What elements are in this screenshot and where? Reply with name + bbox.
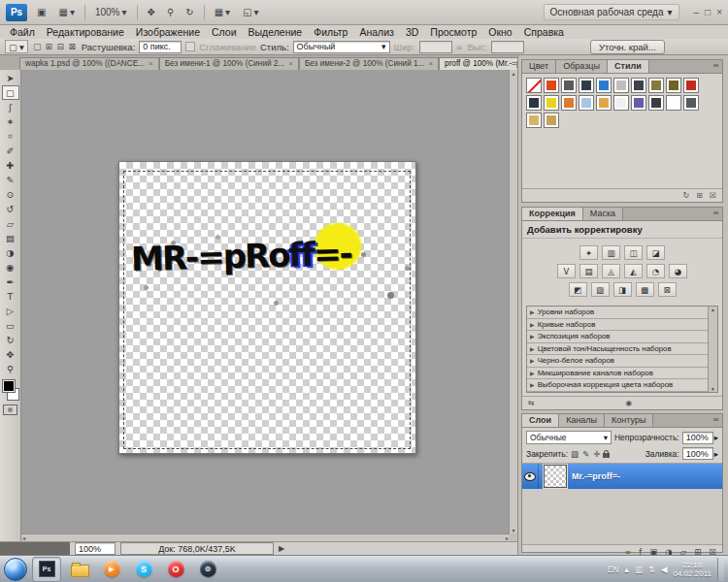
menu-item[interactable]: Справка — [518, 26, 570, 38]
brightness-contrast-icon[interactable]: ✦ — [579, 245, 598, 260]
workspace-switcher[interactable]: Основная рабочая среда ▾ — [544, 4, 679, 20]
fill-input[interactable]: 100% — [682, 447, 713, 460]
preset-list-item[interactable]: ▶ Уровни наборов — [527, 307, 709, 319]
quick-selection-tool[interactable]: ✶ — [2, 114, 19, 129]
maximize-button[interactable]: □ — [705, 7, 711, 17]
preset-list-item[interactable]: ▶ Выборочная коррекция цвета наборов — [527, 379, 709, 392]
path-selection-tool[interactable]: ▷ — [2, 304, 19, 318]
minimize-button[interactable]: – — [694, 7, 700, 17]
lock-pixels-icon[interactable]: ✎ — [582, 449, 589, 459]
subtract-selection-icon[interactable]: ⊟ — [55, 42, 66, 51]
rotate-view-icon[interactable]: ↻ — [182, 6, 196, 18]
new-style-icon[interactable]: ⊞ — [696, 191, 703, 200]
style-swatch[interactable] — [666, 95, 681, 111]
taskbar-clock[interactable]: 22:18 04.02.2011 — [674, 561, 711, 578]
preset-list-item[interactable]: ▶ Экспозиция наборов — [527, 331, 709, 343]
blur-tool[interactable]: ◑ — [2, 245, 19, 260]
refine-edge-button[interactable]: Уточн. край... — [590, 40, 665, 54]
style-swatch[interactable] — [526, 113, 542, 128]
scroll-left-icon[interactable]: ◂ — [22, 534, 25, 541]
bridge-icon[interactable]: ▣ — [34, 6, 49, 18]
crop-tool[interactable]: ⌗ — [2, 129, 19, 144]
height-input[interactable] — [491, 41, 524, 53]
menu-item[interactable]: Слои — [206, 26, 243, 38]
selective-color-icon[interactable]: ⊠ — [658, 282, 677, 297]
style-swatch[interactable] — [631, 78, 646, 93]
tray-app-icon[interactable]: ▥ — [635, 565, 643, 574]
explorer-taskbar-button[interactable] — [66, 558, 93, 581]
vibrance-icon[interactable]: V — [557, 264, 576, 278]
style-swatch[interactable] — [579, 78, 594, 93]
expander-icon[interactable]: ▶ — [530, 381, 535, 388]
move-tool[interactable]: ➤ — [2, 71, 19, 85]
style-swatch[interactable] — [596, 78, 612, 93]
feather-input[interactable]: 0 пикс. — [139, 41, 182, 53]
panel-tab[interactable]: Стили — [608, 60, 649, 73]
show-desktop-button[interactable] — [717, 558, 724, 581]
style-swatch[interactable] — [544, 78, 559, 93]
panel-menu-icon[interactable]: ≡ — [712, 61, 719, 70]
preset-list-item[interactable]: ▶ Черно-белое наборов — [527, 355, 709, 368]
expander-icon[interactable]: ▶ — [530, 370, 535, 376]
style-swatch[interactable] — [648, 78, 664, 93]
hand-tool[interactable]: ✥ — [2, 347, 19, 362]
horizontal-scrollbar[interactable]: ◂ ▸ — [21, 534, 510, 541]
antialias-checkbox[interactable] — [185, 42, 195, 51]
scroll-down-icon[interactable]: ▾ — [711, 386, 714, 392]
eraser-tool[interactable]: ▱ — [2, 216, 19, 231]
steam-taskbar-button[interactable]: ⊙ — [194, 558, 221, 581]
history-brush-tool[interactable]: ↺ — [2, 202, 19, 216]
style-swatch[interactable] — [613, 78, 629, 93]
view-extras-button[interactable]: ▦ ▾ — [55, 6, 77, 18]
new-selection-icon[interactable]: ▢ — [32, 42, 43, 51]
expander-icon[interactable]: ▶ — [530, 345, 535, 352]
switch-panel-icon[interactable]: ⇆ — [528, 399, 535, 407]
document-canvas[interactable]: MR-=pRoff=- — [118, 161, 416, 454]
style-swatch[interactable] — [561, 95, 577, 111]
link-dimensions-icon[interactable]: ∞ — [456, 42, 464, 52]
hue-saturation-icon[interactable]: ▤ — [579, 264, 598, 278]
opacity-spinner-icon[interactable]: ▸ — [714, 433, 718, 442]
rectangular-marquee-tool[interactable]: ▢ — [2, 85, 19, 100]
exposure-icon[interactable]: ◪ — [646, 245, 665, 260]
close-button[interactable]: × — [716, 7, 722, 17]
style-swatch[interactable] — [683, 78, 699, 93]
menu-item[interactable]: 3D — [400, 26, 424, 38]
menu-item[interactable]: Окно — [482, 26, 517, 38]
zoom-icon[interactable]: ⚲ — [164, 6, 177, 18]
layer-visibility-toggle[interactable] — [522, 464, 539, 489]
gradient-map-icon[interactable]: ▩ — [636, 282, 654, 297]
menu-item[interactable]: Редактирование — [41, 26, 130, 38]
panel-tab[interactable]: Образцы — [556, 60, 608, 73]
foreground-color-swatch[interactable] — [2, 379, 16, 393]
presets-scrollbar[interactable]: ▴ ▾ — [708, 307, 717, 392]
lock-transparency-icon[interactable]: ▨ — [571, 449, 579, 459]
scroll-down-icon[interactable]: ▾ — [512, 527, 514, 534]
healing-brush-tool[interactable]: ✚ — [2, 158, 19, 173]
blend-mode-select[interactable]: Обычные ▾ — [526, 431, 612, 444]
black-white-icon[interactable]: ◭ — [624, 264, 643, 278]
panel-tab[interactable]: Контуры — [605, 414, 653, 427]
current-tool-button[interactable]: ▢ ▾ — [5, 40, 28, 53]
threshold-icon[interactable]: ◨ — [613, 282, 632, 297]
add-selection-icon[interactable]: ⊞ — [44, 42, 54, 51]
gradient-tool[interactable]: ▤ — [2, 231, 19, 245]
photoshop-taskbar-button[interactable]: Ps — [32, 557, 61, 582]
style-swatch-none[interactable] — [526, 78, 542, 93]
3d-rotate-tool[interactable]: ↻ — [2, 333, 19, 347]
hand-icon[interactable]: ✥ — [145, 6, 158, 18]
style-swatch[interactable] — [579, 95, 594, 111]
levels-icon[interactable]: ▥ — [602, 245, 620, 260]
layer-row-selected[interactable]: Mr.-=proff=- — [522, 464, 722, 489]
network-icon[interactable]: ⇅ — [648, 565, 655, 574]
scroll-right-icon[interactable]: ▸ — [506, 534, 509, 541]
quick-mask-button[interactable] — [3, 404, 17, 415]
opera-taskbar-button[interactable]: O — [162, 558, 189, 581]
start-button[interactable] — [4, 558, 27, 581]
zoom-level-control[interactable]: 100% ▾ — [92, 6, 130, 18]
menu-item[interactable]: Фильтр — [308, 26, 353, 38]
arrange-documents-button[interactable]: ▦ ▾ — [212, 6, 233, 18]
expander-icon[interactable]: ▶ — [530, 333, 535, 340]
layer-thumbnail[interactable] — [544, 465, 567, 488]
lock-position-icon[interactable]: ✛ — [593, 449, 600, 459]
